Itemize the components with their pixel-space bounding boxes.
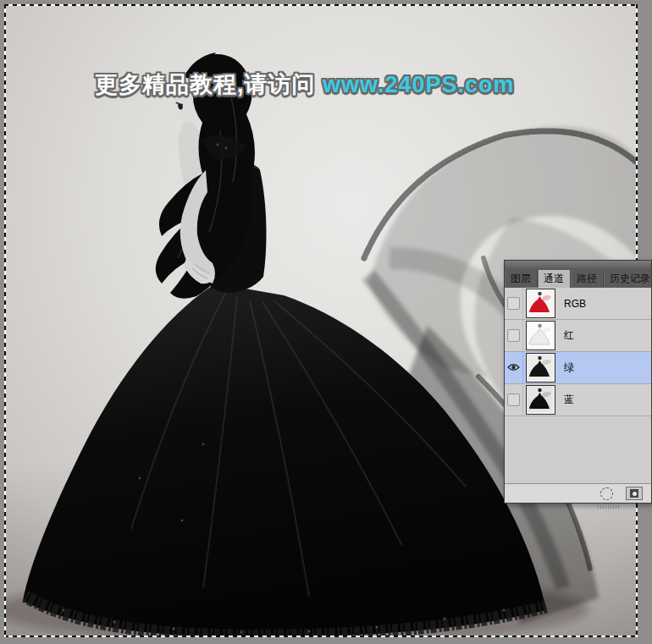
tab-channels[interactable]: 通道	[538, 270, 571, 288]
channel-row-red[interactable]: 红	[505, 320, 651, 352]
selection-marching-ants-top	[4, 4, 638, 6]
eye-icon	[507, 362, 520, 374]
channel-thumbnail-rgb[interactable]	[526, 289, 555, 318]
channel-row-green[interactable]: 绿	[505, 352, 651, 384]
visibility-toggle[interactable]	[505, 352, 523, 383]
panel-resize-grip[interactable]	[598, 504, 620, 509]
selection-marching-ants-bottom	[4, 636, 638, 637]
channel-thumbnail-green[interactable]	[526, 353, 555, 383]
channel-label: 蓝	[564, 393, 574, 407]
load-channel-as-selection-icon[interactable]	[600, 487, 613, 500]
panel-options-button-icon[interactable]	[626, 487, 643, 500]
watermark-url: www.240PS.com	[323, 72, 515, 97]
visibility-empty-box	[507, 297, 520, 310]
visibility-toggle[interactable]	[505, 320, 523, 351]
channel-label: RGB	[564, 298, 586, 310]
watermark-text: 更多精品教程,请访问 www.240PS.com	[95, 69, 515, 100]
channels-panel: 图层 通道 路径 历史记录 RGB	[504, 260, 652, 504]
tab-history[interactable]: 历史记录	[604, 270, 652, 288]
channel-row-rgb[interactable]: RGB	[505, 288, 651, 320]
watermark-prefix: 更多精品教程,请访问	[95, 72, 323, 97]
channel-label: 红	[564, 328, 574, 343]
panel-tab-bar: 图层 通道 路径 历史记录	[505, 270, 651, 288]
visibility-toggle[interactable]	[505, 288, 523, 319]
selection-marching-ants-left	[4, 4, 6, 637]
panel-drag-bar[interactable]	[505, 261, 651, 270]
channel-thumbnail-blue[interactable]	[526, 385, 555, 415]
visibility-toggle[interactable]	[505, 384, 523, 416]
channel-list: RGB 红 绿	[505, 288, 651, 416]
channel-label: 绿	[564, 361, 574, 375]
visibility-empty-box	[507, 394, 520, 406]
tab-layers[interactable]: 图层	[505, 270, 538, 288]
panel-empty-area	[505, 416, 651, 483]
channel-thumbnail-red[interactable]	[526, 321, 555, 350]
tab-paths[interactable]: 路径	[571, 270, 604, 288]
panel-footer	[505, 483, 651, 503]
visibility-empty-box	[507, 329, 520, 342]
channel-row-blue[interactable]: 蓝	[505, 384, 651, 416]
